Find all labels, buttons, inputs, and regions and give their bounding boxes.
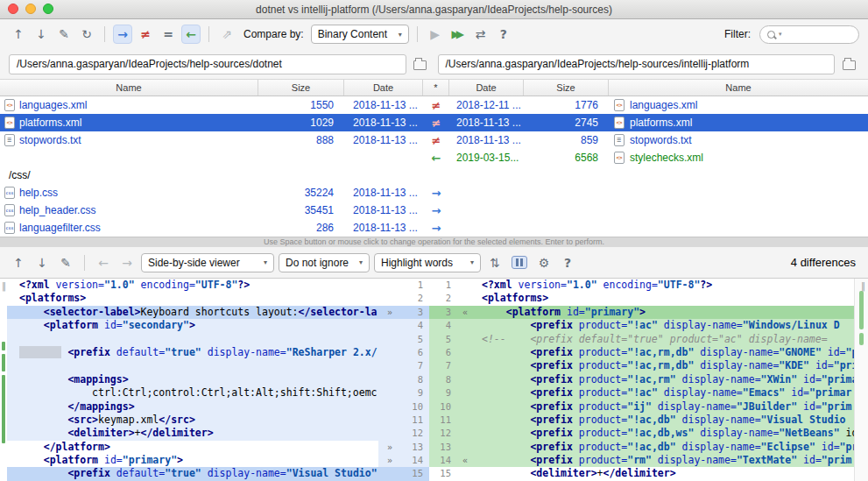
arrow-right-icon[interactable]: → [432,204,441,217]
viewer-select[interactable]: Side-by-side viewer ▾ [141,253,274,272]
diff-line-left[interactable]: <delimiter>+</delimiter> [7,427,378,440]
column-header-date-right[interactable]: Date [449,80,524,95]
diff-line-left[interactable]: <prefix default="true" display-name="ReS… [7,346,378,359]
diff-line-right[interactable]: <prefix product="ij" display-name="JBuil… [473,400,854,414]
minimize-button[interactable] [25,4,36,14]
filter-different-button[interactable]: ≠ [136,25,155,44]
arrow-left-icon[interactable]: ← [432,152,441,165]
gear-icon: ⚙ [539,257,550,269]
left-browse-button[interactable] [410,54,431,74]
apply-all-button[interactable]: ▶▶ [448,25,468,44]
diff-line-right[interactable]: <prefix product="!ac" display-name="Emac… [473,386,854,400]
edit-source-button[interactable]: ✎ [56,253,75,272]
file-name: languages.xml [19,99,258,111]
edit-button[interactable]: ✎ [54,25,74,44]
table-row[interactable]: csshelp.css352242018-11-13 ...→ [0,184,868,202]
diff-line-left[interactable] [7,333,378,346]
diff-line-right[interactable]: <?xml version="1.0" encoding="UTF-8"?> [473,279,854,292]
diff-line-left[interactable] [7,359,378,372]
synchronize-button[interactable]: ⇄ [471,25,490,44]
table-section-row[interactable]: /css/ [0,166,868,184]
diff-line-right[interactable]: <platform id="primary"> [473,306,854,319]
table-row[interactable]: <>platforms.xml10292018-11-13 ...≠2018-1… [0,114,868,131]
expand-chevron-icon[interactable]: » [378,306,401,319]
diff-line-left[interactable]: <platform id="primary"> [7,454,378,467]
arrow-up-icon: ↑ [13,257,24,269]
not-equal-icon[interactable]: ≠ [432,99,441,112]
filter-right-only-button[interactable]: ← [181,25,201,44]
diff-line-left[interactable]: <?xml version="1.0" encoding="UTF-8"?> [7,279,378,292]
line-number: 3 [429,306,457,319]
diff-line-right[interactable]: <prefix product="rm" display-name="TextM… [473,454,854,467]
column-header-name-right[interactable]: Name [609,80,868,95]
filter-equal-button[interactable]: = [159,25,178,44]
next-file-button[interactable]: → [117,253,137,272]
arrow-right-icon[interactable]: → [432,222,441,235]
diff-line-right[interactable]: <prefix product="!ac,db" display-name="V… [473,414,854,427]
table-row[interactable]: <>languages.xml15502018-11-13 ...≠2018-1… [0,96,868,114]
zoom-button[interactable] [43,4,53,14]
filter-input[interactable]: ▾ [759,25,859,44]
diff-line-right[interactable]: <prefix product="!ac,rm,db" display-name… [473,359,854,372]
diff-line-right[interactable]: <delimiter>+</delimiter> [473,467,854,480]
not-equal-icon[interactable]: ≠ [432,117,441,130]
previous-file-button[interactable]: ← [94,253,113,272]
diff-line-right[interactable]: <prefix product="!ac,db" display-name="E… [473,441,854,454]
refresh-button[interactable]: ↻ [77,25,96,44]
jump-to-source-button[interactable]: ⇗ [217,25,236,44]
diff-line-left[interactable]: <mappings> [7,373,378,386]
previous-difference-button[interactable]: ↑ [9,25,28,44]
diff-line-right[interactable]: <prefix product="!ac" display-name="Wind… [473,319,854,332]
left-path-input[interactable]: /Users/anna.gasparyan/IdeaProjects/help-… [9,54,406,74]
gutter-cell [378,292,401,305]
expand-chevron-icon[interactable]: » [378,441,401,454]
gutter-cell [378,359,401,372]
expand-chevron-icon[interactable]: « [457,306,473,319]
diff-line-left[interactable]: </mappings> [7,400,378,414]
apply-selected-button[interactable]: ▶ [426,25,445,44]
diff-line-left[interactable]: <platforms> [7,292,378,305]
right-browse-button[interactable] [838,54,859,74]
right-path-input[interactable]: /Users/anna.gasparyan/IdeaProjects/help-… [438,54,836,74]
diff-scrollbar[interactable] [854,279,868,481]
diff-line-left[interactable]: </platform> [7,441,378,454]
toolbar-separator [417,26,418,42]
settings-button[interactable]: ⚙ [534,253,554,272]
diff-line-left[interactable]: <prefix default="true" display-name="Vis… [7,467,378,480]
column-header-name-left[interactable]: Name [0,80,258,95]
column-header-size-right[interactable]: Size [524,80,609,95]
next-difference-button[interactable]: ↓ [32,25,51,44]
column-header-operation[interactable]: * [423,80,449,95]
collapse-unchanged-button[interactable]: ⇅ [485,253,505,272]
help-button[interactable]: ? [494,25,513,44]
not-equal-icon[interactable]: ≠ [432,134,441,147]
next-change-button[interactable]: ↓ [32,253,52,272]
diff-line-right[interactable]: <prefix product="!ac,rm,db" display-name… [473,346,854,359]
diff-line-right[interactable]: <prefix product="!ac,db,ws" display-name… [473,427,854,440]
split-view-toggle[interactable] [509,253,530,272]
ignore-policy-select[interactable]: Do not ignore ▾ [279,253,370,272]
close-button[interactable] [8,4,18,14]
highlight-policy-select[interactable]: Highlight words ▾ [374,253,481,272]
diff-line-left[interactable]: ctrl:Ctrl;control:Ctrl;alt:Alt;shift:Shi… [7,386,378,400]
diff-line-left[interactable]: <platform id="secondary"> [7,319,378,332]
table-row[interactable]: ←2019-03-15...6568<>stylechecks.xml [0,149,868,166]
table-row[interactable]: csshelp_header.css354512018-11-13 ...→ [0,202,868,219]
previous-change-button[interactable]: ↑ [9,253,28,272]
compare-by-select[interactable]: Binary Content ▾ [311,25,409,44]
diff-line-left[interactable]: <src>keymap.xml</src> [7,414,378,427]
diff-line-right[interactable]: <platforms> [473,292,854,305]
arrow-right-icon[interactable]: → [432,187,441,200]
diff-line-left[interactable]: <selector-label>Keyboard shortcuts layou… [7,306,378,319]
filter-left-only-button[interactable]: → [113,25,132,44]
table-row[interactable]: csslanguagefilter.css2862018-11-13 ...→ [0,219,868,237]
diff-line-right[interactable]: <!-- <prefix default="true" product="ac"… [473,333,854,346]
column-header-size-left[interactable]: Size [258,80,344,95]
file-name: platforms.xml [19,117,258,129]
table-row[interactable]: ≡stopwords.txt8882018-11-13 ...≠2018-11-… [0,131,868,149]
expand-chevron-icon[interactable]: « [457,454,473,467]
column-header-date-left[interactable]: Date [344,80,423,95]
diff-line-right[interactable]: <prefix product="!ac,rm" display-name="X… [473,373,854,386]
diff-help-button[interactable]: ? [558,253,577,272]
expand-chevron-icon[interactable]: » [378,454,401,467]
